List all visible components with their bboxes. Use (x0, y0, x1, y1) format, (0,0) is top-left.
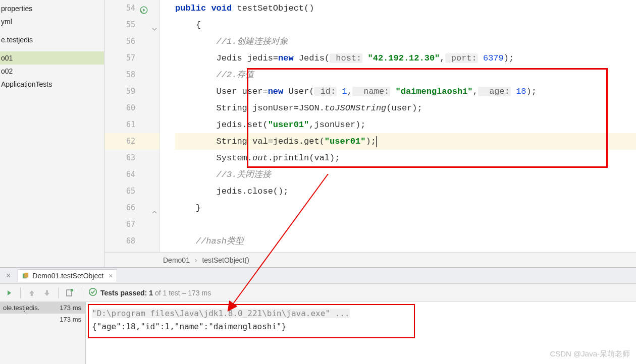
line-number: 65 (126, 187, 135, 196)
code-line[interactable]: { (175, 17, 636, 33)
line-number: 57 (126, 53, 135, 63)
down-button[interactable] (40, 286, 54, 300)
sidebar-item-yml[interactable]: yml (0, 15, 104, 28)
close-tab-icon[interactable]: × (109, 272, 113, 280)
run-tab-label: Demo01.testSetObject (32, 272, 103, 280)
svg-rect-3 (25, 273, 29, 278)
code-line[interactable]: jedis.set("user01",jsonUser); (175, 116, 636, 133)
test-tree[interactable]: ole.testjedis.173 ms 173 ms (0, 302, 86, 364)
fold-up-icon[interactable] (151, 205, 157, 211)
line-number: 60 (126, 103, 135, 112)
code-line[interactable]: public void testSetObject() (175, 0, 636, 17)
code-line[interactable]: //3.关闭连接 (175, 166, 636, 183)
project-sidebar[interactable]: properties yml e.testjedis o01 o02 Appli… (0, 0, 104, 267)
code-line[interactable]: System.out.println(val); (175, 150, 636, 166)
line-number: 63 (126, 153, 135, 162)
code-line[interactable]: User user=new User( id: 1, name: "daimen… (175, 83, 636, 100)
code-editor[interactable]: 54 55 56 57 58 59 60 61 62 63 64 65 66 (104, 0, 636, 267)
line-number: 59 (126, 87, 135, 96)
separator (20, 287, 21, 298)
code-content[interactable]: public void testSetObject() { //1.创建连接对象… (160, 0, 636, 252)
rerun-button[interactable] (2, 286, 16, 300)
code-line[interactable]: } (175, 200, 636, 216)
sidebar-item-o01[interactable]: o01 (0, 51, 104, 65)
code-line-active[interactable]: String val=jedis.get("user01"); (175, 133, 636, 150)
fold-icon[interactable] (151, 22, 157, 28)
chevron-right-icon: › (195, 256, 197, 264)
sidebar-item-properties[interactable]: properties (0, 2, 104, 15)
check-circle-icon (88, 287, 97, 298)
line-number: 56 (126, 37, 135, 46)
line-number: 64 (126, 170, 135, 179)
sidebar-item-testjedis[interactable]: e.testjedis (0, 33, 104, 46)
run-tab-active[interactable]: Demo01.testSetObject × (18, 269, 117, 282)
line-number: 55 (126, 20, 135, 29)
sidebar-item-applicationtests[interactable]: ApplicationTests (0, 78, 104, 91)
run-tool-window[interactable]: × Demo01.testSetObject × Tests passed: 1… (0, 267, 636, 364)
test-tree-row[interactable]: 173 ms (0, 314, 85, 325)
code-line[interactable] (175, 216, 636, 233)
text-cursor (376, 136, 377, 147)
separator (58, 287, 59, 298)
code-line[interactable]: //2.存值 (175, 67, 636, 83)
breadcrumb[interactable]: Demo01 › testSetObject() (104, 252, 636, 267)
line-number: 68 (126, 236, 135, 246)
console-line-out: {"age":18,"id":1,"name":"daimenglaoshi"} (92, 320, 630, 333)
code-line[interactable]: Jedis jedis=new Jedis( host: "42.192.12.… (175, 50, 636, 67)
line-number: 66 (126, 203, 135, 212)
console-line-cmd: "D:\program files\Java\jdk1.8.0_221\bin\… (92, 307, 630, 320)
code-line[interactable]: @Test (175, 250, 636, 252)
run-config-icon (22, 272, 29, 279)
sidebar-item-blank2 (0, 46, 104, 51)
up-button[interactable] (25, 286, 39, 300)
run-tabs: × Demo01.testSetObject × (0, 268, 636, 284)
svg-point-5 (89, 288, 96, 295)
line-number: 58 (126, 70, 135, 79)
line-gutter[interactable]: 54 55 56 57 58 59 60 61 62 63 64 65 66 (104, 0, 160, 252)
line-number: 61 (126, 120, 135, 129)
sidebar-item-o02[interactable]: o02 (0, 65, 104, 78)
close-icon[interactable]: × (1, 271, 16, 280)
watermark: CSDN @Java-呆萌老师 (550, 349, 630, 359)
code-line[interactable]: //1.创建连接对象 (175, 33, 636, 50)
breadcrumb-class[interactable]: Demo01 (160, 256, 193, 264)
tests-status: Tests passed: 1 of 1 test – 173 ms (88, 287, 211, 298)
sidebar-item-blank1 (0, 28, 104, 33)
line-number: 54 (126, 4, 135, 13)
export-button[interactable] (63, 286, 77, 300)
line-number: 67 (126, 220, 135, 229)
separator (81, 287, 81, 298)
line-number: 62 (126, 137, 135, 146)
code-line[interactable]: String jsonUser=JSON.toJSONString(user); (175, 100, 636, 116)
test-tree-row[interactable]: ole.testjedis.173 ms (0, 302, 85, 314)
breadcrumb-method[interactable]: testSetObject() (199, 256, 252, 264)
code-line[interactable]: //hash类型 (175, 233, 636, 250)
run-toolbar: Tests passed: 1 of 1 test – 173 ms (0, 284, 636, 302)
code-line[interactable]: jedis.close(); (175, 183, 636, 200)
